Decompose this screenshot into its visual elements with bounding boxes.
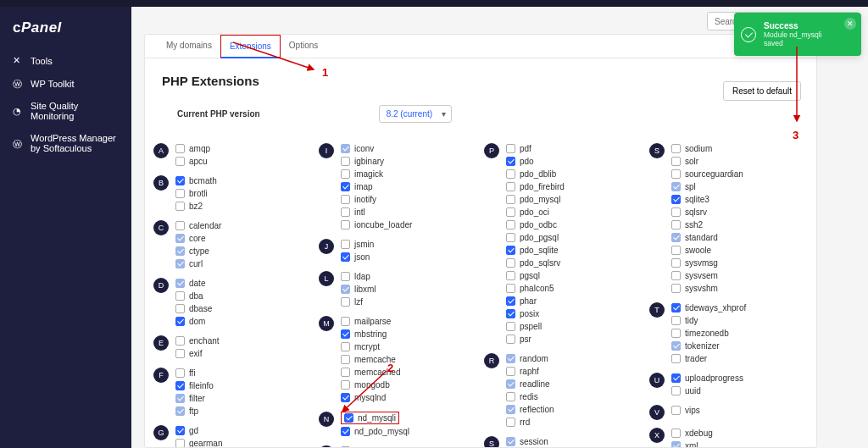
ext-amqp[interactable]: amqp bbox=[175, 142, 312, 155]
checkbox[interactable] bbox=[506, 157, 515, 166]
ext-nd_mysqli[interactable]: nd_mysqli bbox=[341, 412, 399, 424]
ext-mailparse[interactable]: mailparse bbox=[341, 315, 477, 328]
ext-igbinary[interactable]: igbinary bbox=[341, 155, 477, 168]
ext-reflection[interactable]: reflection bbox=[506, 403, 643, 416]
ext-exif[interactable]: exif bbox=[175, 347, 312, 360]
checkbox[interactable] bbox=[341, 393, 350, 402]
checkbox[interactable] bbox=[671, 373, 681, 383]
ext-pdo_pgsql[interactable]: pdo_pgsql bbox=[506, 231, 643, 244]
checkbox[interactable] bbox=[175, 176, 185, 185]
checkbox[interactable] bbox=[506, 207, 515, 217]
ext-pdo_dblib[interactable]: pdo_dblib bbox=[506, 168, 643, 180]
checkbox[interactable] bbox=[341, 380, 350, 390]
checkbox[interactable] bbox=[341, 252, 350, 262]
checkbox[interactable] bbox=[506, 220, 515, 230]
checkbox[interactable] bbox=[341, 240, 350, 249]
ext-core[interactable]: core bbox=[175, 232, 312, 245]
checkbox[interactable] bbox=[341, 317, 350, 326]
checkbox[interactable] bbox=[175, 279, 185, 288]
checkbox[interactable] bbox=[175, 202, 185, 211]
checkbox[interactable] bbox=[671, 271, 681, 280]
ext-sourceguardian[interactable]: sourceguardian bbox=[671, 168, 808, 180]
checkbox[interactable] bbox=[506, 405, 515, 414]
ext-enchant[interactable]: enchant bbox=[175, 335, 312, 347]
checkbox[interactable] bbox=[671, 233, 681, 242]
tab-options[interactable]: Options bbox=[281, 35, 326, 58]
version-select[interactable]: 8.2 (current) bbox=[379, 105, 452, 123]
ext-pgsql[interactable]: pgsql bbox=[506, 269, 643, 282]
checkbox[interactable] bbox=[175, 368, 185, 378]
ext-redis[interactable]: redis bbox=[506, 390, 643, 403]
checkbox[interactable] bbox=[506, 437, 515, 446]
checkbox[interactable] bbox=[506, 233, 515, 242]
ext-ssh2[interactable]: ssh2 bbox=[671, 218, 808, 231]
ext-xdebug[interactable]: xdebug bbox=[671, 427, 808, 440]
ext-sysvsem[interactable]: sysvsem bbox=[671, 269, 808, 282]
ext-mbstring[interactable]: mbstring bbox=[341, 328, 477, 340]
checkbox[interactable] bbox=[175, 407, 185, 416]
sidebar-item[interactable]: ⓦWP Toolkit bbox=[0, 72, 131, 95]
ext-uploadprogress[interactable]: uploadprogress bbox=[671, 372, 808, 384]
ext-apcu[interactable]: apcu bbox=[175, 155, 312, 168]
checkbox[interactable] bbox=[506, 195, 515, 204]
checkbox[interactable] bbox=[344, 413, 353, 423]
checkbox[interactable] bbox=[506, 309, 515, 318]
checkbox[interactable] bbox=[671, 329, 681, 338]
ext-dom[interactable]: dom bbox=[175, 315, 312, 328]
checkbox[interactable] bbox=[671, 182, 681, 191]
ext-pdf[interactable]: pdf bbox=[506, 142, 643, 155]
checkbox[interactable] bbox=[506, 379, 515, 389]
ext-mysqlnd[interactable]: mysqlnd bbox=[341, 391, 477, 404]
reset-button[interactable]: Reset to default bbox=[723, 81, 801, 101]
checkbox[interactable] bbox=[175, 426, 185, 435]
ext-timezonedb[interactable]: timezonedb bbox=[671, 327, 808, 340]
checkbox[interactable] bbox=[506, 182, 515, 191]
checkbox[interactable] bbox=[341, 368, 350, 377]
ext-filter[interactable]: filter bbox=[175, 392, 312, 405]
checkbox[interactable] bbox=[175, 221, 185, 230]
ext-ffi[interactable]: ffi bbox=[175, 367, 312, 379]
ext-imap[interactable]: imap bbox=[341, 180, 477, 193]
checkbox[interactable] bbox=[175, 189, 185, 198]
checkbox[interactable] bbox=[671, 195, 681, 204]
ext-uuid[interactable]: uuid bbox=[671, 384, 808, 397]
checkbox[interactable] bbox=[671, 406, 681, 415]
checkbox[interactable] bbox=[341, 157, 350, 166]
sidebar-item[interactable]: ⓦWordPress Manager by Softaculous bbox=[0, 127, 131, 159]
checkbox[interactable] bbox=[175, 317, 185, 326]
ext-bcmath[interactable]: bcmath bbox=[175, 174, 312, 187]
checkbox[interactable] bbox=[671, 246, 681, 255]
ext-intl[interactable]: intl bbox=[341, 206, 477, 218]
checkbox[interactable] bbox=[341, 207, 350, 217]
checkbox[interactable] bbox=[506, 335, 515, 344]
checkbox[interactable] bbox=[506, 392, 515, 401]
checkbox[interactable] bbox=[341, 329, 350, 339]
ext-swoole[interactable]: swoole bbox=[671, 244, 808, 257]
ext-inotify[interactable]: inotify bbox=[341, 193, 477, 206]
ext-gd[interactable]: gd bbox=[175, 424, 312, 437]
ext-tidy[interactable]: tidy bbox=[671, 314, 808, 327]
checkbox[interactable] bbox=[671, 316, 681, 325]
checkbox[interactable] bbox=[671, 258, 681, 268]
checkbox[interactable] bbox=[341, 144, 350, 153]
tab-extensions[interactable]: Extensions bbox=[220, 35, 281, 58]
ext-sqlite3[interactable]: sqlite3 bbox=[671, 193, 808, 206]
checkbox[interactable] bbox=[341, 355, 350, 364]
ext-sqlsrv[interactable]: sqlsrv bbox=[671, 206, 808, 218]
checkbox[interactable] bbox=[175, 304, 185, 313]
checkbox[interactable] bbox=[175, 291, 185, 301]
checkbox[interactable] bbox=[671, 429, 681, 438]
ext-nd_pdo_mysql[interactable]: nd_pdo_mysql bbox=[341, 425, 477, 438]
checkbox[interactable] bbox=[671, 386, 681, 395]
ext-phalcon5[interactable]: phalcon5 bbox=[506, 282, 643, 295]
checkbox[interactable] bbox=[506, 296, 515, 306]
checkbox[interactable] bbox=[506, 246, 515, 255]
checkbox[interactable] bbox=[506, 354, 515, 363]
checkbox[interactable] bbox=[506, 367, 515, 376]
ext-lzf[interactable]: lzf bbox=[341, 296, 477, 308]
checkbox[interactable] bbox=[506, 169, 515, 179]
ext-mcrypt[interactable]: mcrypt bbox=[341, 340, 477, 353]
ext-sysvmsg[interactable]: sysvmsg bbox=[671, 257, 808, 269]
ext-ctype[interactable]: ctype bbox=[175, 245, 312, 257]
ext-pdo_oci[interactable]: pdo_oci bbox=[506, 206, 643, 218]
